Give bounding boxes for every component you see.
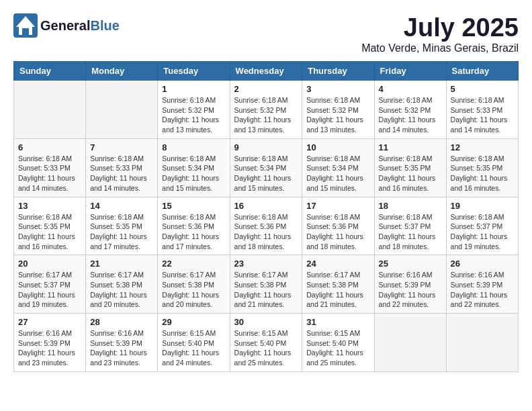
logo-general: General	[40, 18, 90, 33]
day-number: 17	[306, 201, 369, 211]
calendar-cell: 25Sunrise: 6:16 AMSunset: 5:39 PMDayligh…	[374, 255, 446, 314]
day-info: Sunrise: 6:17 AMSunset: 5:38 PMDaylight:…	[306, 270, 369, 310]
day-number: 10	[306, 142, 369, 152]
day-info: Sunrise: 6:16 AMSunset: 5:39 PMDaylight:…	[451, 270, 514, 310]
calendar-cell: 17Sunrise: 6:18 AMSunset: 5:36 PMDayligh…	[302, 197, 374, 255]
day-info: Sunrise: 6:18 AMSunset: 5:32 PMDaylight:…	[162, 95, 225, 135]
calendar-cell: 24Sunrise: 6:17 AMSunset: 5:38 PMDayligh…	[302, 255, 374, 314]
day-number: 13	[18, 201, 81, 211]
day-number: 6	[18, 142, 81, 152]
calendar-cell: 9Sunrise: 6:18 AMSunset: 5:34 PMDaylight…	[230, 138, 302, 197]
day-info: Sunrise: 6:18 AMSunset: 5:34 PMDaylight:…	[162, 154, 225, 193]
day-info: Sunrise: 6:17 AMSunset: 5:38 PMDaylight:…	[234, 270, 298, 310]
day-info: Sunrise: 6:18 AMSunset: 5:32 PMDaylight:…	[306, 95, 369, 135]
day-number: 29	[162, 317, 225, 327]
day-info: Sunrise: 6:18 AMSunset: 5:35 PMDaylight:…	[379, 154, 442, 193]
day-info: Sunrise: 6:15 AMSunset: 5:40 PMDaylight:…	[306, 328, 369, 368]
day-info: Sunrise: 6:17 AMSunset: 5:38 PMDaylight:…	[162, 270, 225, 310]
calendar-cell	[446, 314, 518, 372]
calendar-cell: 6Sunrise: 6:18 AMSunset: 5:33 PMDaylight…	[14, 138, 86, 197]
calendar-cell: 19Sunrise: 6:18 AMSunset: 5:37 PMDayligh…	[446, 197, 518, 255]
calendar-cell: 5Sunrise: 6:18 AMSunset: 5:33 PMDaylight…	[446, 81, 518, 139]
day-number: 14	[90, 201, 153, 211]
weekday-header-thursday: Thursday	[302, 62, 374, 81]
calendar-cell: 20Sunrise: 6:17 AMSunset: 5:37 PMDayligh…	[14, 255, 86, 314]
calendar-cell	[86, 81, 158, 139]
day-number: 19	[451, 201, 514, 211]
weekday-header-row: SundayMondayTuesdayWednesdayThursdayFrid…	[14, 62, 519, 81]
calendar-cell: 16Sunrise: 6:18 AMSunset: 5:36 PMDayligh…	[230, 197, 302, 255]
location-title: Mato Verde, Minas Gerais, Brazil	[361, 42, 519, 54]
day-number: 9	[234, 142, 298, 152]
day-info: Sunrise: 6:18 AMSunset: 5:32 PMDaylight:…	[234, 95, 298, 135]
day-info: Sunrise: 6:18 AMSunset: 5:34 PMDaylight:…	[306, 154, 369, 193]
day-number: 26	[451, 259, 514, 269]
calendar-cell: 3Sunrise: 6:18 AMSunset: 5:32 PMDaylight…	[302, 81, 374, 139]
day-info: Sunrise: 6:15 AMSunset: 5:40 PMDaylight:…	[162, 328, 225, 368]
weekday-header-wednesday: Wednesday	[230, 62, 302, 81]
day-number: 4	[379, 84, 442, 94]
day-info: Sunrise: 6:18 AMSunset: 5:36 PMDaylight:…	[234, 212, 298, 252]
day-info: Sunrise: 6:18 AMSunset: 5:34 PMDaylight:…	[234, 154, 298, 193]
day-number: 30	[234, 317, 298, 327]
calendar-table: SundayMondayTuesdayWednesdayThursdayFrid…	[13, 61, 519, 372]
day-number: 18	[379, 201, 442, 211]
day-info: Sunrise: 6:18 AMSunset: 5:35 PMDaylight:…	[451, 154, 514, 193]
weekday-header-sunday: Sunday	[14, 62, 86, 81]
day-info: Sunrise: 6:16 AMSunset: 5:39 PMDaylight:…	[379, 270, 442, 310]
day-number: 1	[162, 84, 225, 94]
day-info: Sunrise: 6:18 AMSunset: 5:35 PMDaylight:…	[90, 212, 153, 252]
day-info: Sunrise: 6:18 AMSunset: 5:36 PMDaylight:…	[162, 212, 225, 252]
day-number: 20	[18, 259, 81, 269]
calendar-cell: 15Sunrise: 6:18 AMSunset: 5:36 PMDayligh…	[158, 197, 230, 255]
day-info: Sunrise: 6:16 AMSunset: 5:39 PMDaylight:…	[18, 328, 81, 368]
calendar-cell: 27Sunrise: 6:16 AMSunset: 5:39 PMDayligh…	[14, 314, 86, 372]
weekday-header-saturday: Saturday	[446, 62, 518, 81]
page-header: GeneralBlue July 2025 Mato Verde, Minas …	[13, 13, 519, 54]
logo-text: GeneralBlue	[40, 18, 120, 33]
calendar-cell: 26Sunrise: 6:16 AMSunset: 5:39 PMDayligh…	[446, 255, 518, 314]
calendar-cell	[14, 81, 86, 139]
logo-blue: Blue	[90, 18, 119, 33]
calendar-cell	[374, 314, 446, 372]
weekday-header-monday: Monday	[86, 62, 158, 81]
calendar-cell: 21Sunrise: 6:17 AMSunset: 5:38 PMDayligh…	[86, 255, 158, 314]
weekday-header-tuesday: Tuesday	[158, 62, 230, 81]
logo-icon	[13, 13, 38, 38]
day-info: Sunrise: 6:17 AMSunset: 5:38 PMDaylight:…	[90, 270, 153, 310]
day-number: 25	[379, 259, 442, 269]
calendar-cell: 11Sunrise: 6:18 AMSunset: 5:35 PMDayligh…	[374, 138, 446, 197]
calendar-cell: 13Sunrise: 6:18 AMSunset: 5:35 PMDayligh…	[14, 197, 86, 255]
calendar-week-row: 27Sunrise: 6:16 AMSunset: 5:39 PMDayligh…	[14, 314, 519, 372]
calendar-cell: 1Sunrise: 6:18 AMSunset: 5:32 PMDaylight…	[158, 81, 230, 139]
calendar-cell: 10Sunrise: 6:18 AMSunset: 5:34 PMDayligh…	[302, 138, 374, 197]
svg-rect-2	[22, 28, 29, 35]
day-info: Sunrise: 6:18 AMSunset: 5:33 PMDaylight:…	[90, 154, 153, 193]
calendar-cell: 28Sunrise: 6:16 AMSunset: 5:39 PMDayligh…	[86, 314, 158, 372]
day-number: 2	[234, 84, 298, 94]
day-info: Sunrise: 6:18 AMSunset: 5:37 PMDaylight:…	[379, 212, 442, 252]
calendar-week-row: 20Sunrise: 6:17 AMSunset: 5:37 PMDayligh…	[14, 255, 519, 314]
calendar-cell: 7Sunrise: 6:18 AMSunset: 5:33 PMDaylight…	[86, 138, 158, 197]
calendar-cell: 31Sunrise: 6:15 AMSunset: 5:40 PMDayligh…	[302, 314, 374, 372]
calendar-cell: 22Sunrise: 6:17 AMSunset: 5:38 PMDayligh…	[158, 255, 230, 314]
day-number: 8	[162, 142, 225, 152]
day-number: 16	[234, 201, 298, 211]
day-info: Sunrise: 6:16 AMSunset: 5:39 PMDaylight:…	[90, 328, 153, 368]
calendar-cell: 29Sunrise: 6:15 AMSunset: 5:40 PMDayligh…	[158, 314, 230, 372]
day-number: 22	[162, 259, 225, 269]
calendar-cell: 4Sunrise: 6:18 AMSunset: 5:32 PMDaylight…	[374, 81, 446, 139]
day-number: 12	[451, 142, 514, 152]
weekday-header-friday: Friday	[374, 62, 446, 81]
day-number: 7	[90, 142, 153, 152]
day-number: 15	[162, 201, 225, 211]
day-number: 3	[306, 84, 369, 94]
calendar-cell: 23Sunrise: 6:17 AMSunset: 5:38 PMDayligh…	[230, 255, 302, 314]
calendar-week-row: 1Sunrise: 6:18 AMSunset: 5:32 PMDaylight…	[14, 81, 519, 139]
calendar-week-row: 6Sunrise: 6:18 AMSunset: 5:33 PMDaylight…	[14, 138, 519, 197]
calendar-week-row: 13Sunrise: 6:18 AMSunset: 5:35 PMDayligh…	[14, 197, 519, 255]
calendar-cell: 18Sunrise: 6:18 AMSunset: 5:37 PMDayligh…	[374, 197, 446, 255]
day-info: Sunrise: 6:18 AMSunset: 5:32 PMDaylight:…	[379, 95, 442, 135]
day-info: Sunrise: 6:18 AMSunset: 5:37 PMDaylight:…	[451, 212, 514, 252]
day-number: 31	[306, 317, 369, 327]
